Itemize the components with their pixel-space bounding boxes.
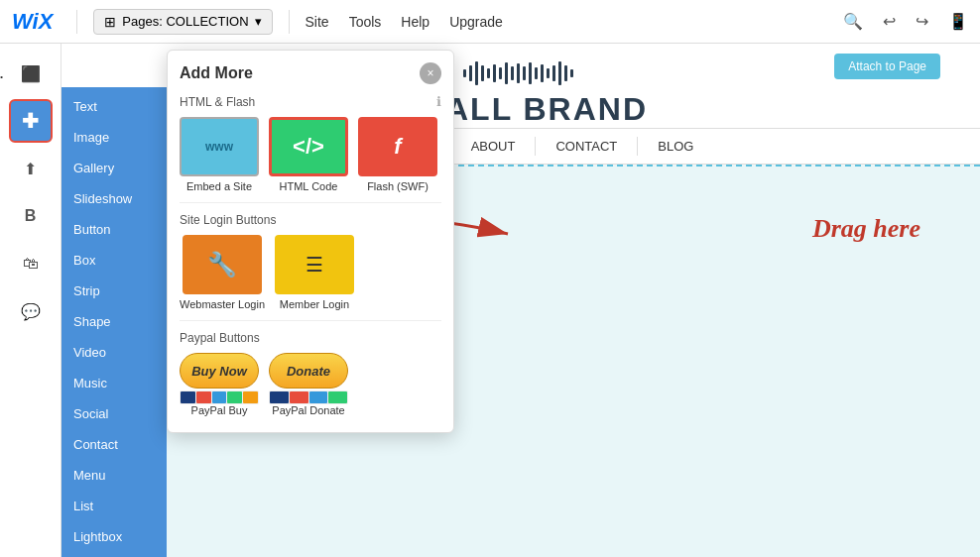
paypal-section-title: Paypal Buttons — [180, 331, 441, 345]
html-flash-items: www Embed a Site </> HTML Code f Flash (… — [180, 117, 441, 192]
mobile-icon[interactable]: 📱 — [948, 12, 968, 31]
left-sidebar: 1. ⬛ ✚ ⬆ B 🛍 💬 — [0, 44, 61, 557]
menu-item-contact[interactable]: Contact — [61, 429, 167, 460]
pages-icon: ⊞ — [104, 14, 116, 30]
add-more-header: Add More × — [180, 62, 441, 84]
nav-blog[interactable]: BLOG — [638, 137, 713, 156]
pages-icon: ⬛ — [21, 64, 41, 83]
sidebar-pages-btn[interactable]: 1. ⬛ — [9, 52, 53, 95]
embed-site-text: Embed a Site — [186, 180, 252, 192]
menu-item-blog[interactable]: Blog — [61, 552, 167, 557]
card-chip-visa2 — [270, 391, 289, 403]
menu-item-list[interactable]: List — [61, 491, 167, 521]
svg-rect-15 — [552, 65, 555, 81]
menu-item-strip[interactable]: Strip — [61, 276, 167, 306]
drag-here-text: Drag here — [812, 214, 920, 243]
toolbar-nav-site[interactable]: Site — [306, 14, 329, 30]
divider-2 — [180, 320, 441, 321]
drag-here-area: Drag here — [812, 214, 920, 244]
svg-rect-5 — [493, 64, 496, 82]
svg-rect-0 — [463, 69, 466, 77]
paypal-items: Buy Now PayPal Buy Donate PayPal Donate — [180, 353, 441, 416]
sidebar-upload-btn[interactable]: ⬆ — [9, 147, 53, 190]
search-icon[interactable]: 🔍 — [843, 12, 863, 31]
toolbar-nav-help[interactable]: Help — [401, 14, 429, 30]
nav-about[interactable]: ABOUT — [451, 137, 537, 156]
svg-rect-2 — [475, 61, 478, 85]
menu-item-gallery[interactable]: Gallery — [61, 153, 167, 183]
menu-item-slideshow[interactable]: Slideshow — [61, 183, 167, 214]
embed-site-icon: www — [180, 117, 259, 176]
menu-item-shape[interactable]: Shape — [61, 306, 167, 337]
embed-site-card[interactable]: www Embed a Site — [180, 117, 259, 192]
embed-site-label: www — [205, 140, 233, 154]
html-code-icon: </> — [269, 117, 348, 176]
redo-icon[interactable]: ↪ — [916, 12, 928, 31]
html-flash-section-title: HTML & Flash ℹ — [180, 94, 441, 109]
card-chip-pp — [243, 391, 258, 403]
menu-item-lightbox[interactable]: Lightbox — [61, 521, 167, 552]
paypal-donate-card[interactable]: Donate PayPal Donate — [269, 353, 348, 416]
toolbar-nav: Site Tools Help Upgrade — [306, 14, 503, 30]
sidebar-add-btn[interactable]: ✚ — [9, 99, 53, 143]
svg-rect-18 — [570, 69, 573, 77]
site-login-items: 🔧 Webmaster Login ☰ Member Login — [180, 235, 441, 310]
sidebar-b-btn[interactable]: B — [9, 194, 53, 238]
toolbar-nav-tools[interactable]: Tools — [349, 14, 382, 30]
donate-button[interactable]: Donate — [269, 353, 348, 389]
svg-rect-16 — [558, 61, 561, 85]
menu-item-text[interactable]: Text — [61, 91, 167, 122]
undo-icon[interactable]: ↩ — [883, 12, 896, 31]
close-button[interactable]: × — [420, 62, 441, 84]
add-more-panel: Add More × HTML & Flash ℹ www Embed a Si… — [167, 50, 454, 433]
sidebar-chat-btn[interactable]: 💬 — [9, 289, 53, 333]
webmaster-login-text: Webmaster Login — [180, 298, 265, 310]
card-chip-mc — [196, 391, 211, 403]
svg-rect-7 — [505, 62, 508, 84]
add-more-title: Add More — [180, 64, 253, 82]
menu-item-music[interactable]: Music — [61, 368, 167, 398]
toolbar-nav-upgrade[interactable]: Upgrade — [449, 14, 503, 30]
store-icon: 🛍 — [23, 255, 39, 273]
toolbar-right: 🔍 ↩ ↪ 📱 — [843, 12, 968, 31]
site-login-section-title: Site Login Buttons — [180, 213, 441, 227]
add-icon: ✚ — [22, 109, 39, 133]
flash-swf-card[interactable]: f Flash (SWF) — [358, 117, 437, 192]
nav-contact[interactable]: CONTACT — [536, 137, 638, 156]
chevron-down-icon: ▾ — [255, 14, 262, 29]
html-code-card[interactable]: </> HTML Code — [269, 117, 348, 192]
chat-icon: 💬 — [21, 302, 41, 321]
menu-item-menu[interactable]: Menu — [61, 460, 167, 491]
paypal-donate-text: PayPal Donate — [272, 404, 344, 416]
svg-rect-12 — [535, 67, 538, 79]
member-login-text: Member Login — [280, 298, 349, 310]
paypal-buy-card[interactable]: Buy Now PayPal Buy — [180, 353, 259, 416]
webmaster-login-card[interactable]: 🔧 Webmaster Login — [180, 235, 265, 310]
attach-to-page-button[interactable]: Attach to Page — [834, 54, 940, 79]
svg-rect-8 — [511, 66, 514, 80]
menu-item-video[interactable]: Video — [61, 337, 167, 368]
wix-logo: WiX — [12, 9, 53, 35]
menu-item-box[interactable]: Box — [61, 245, 167, 276]
menu-item-social[interactable]: Social — [61, 398, 167, 429]
svg-rect-9 — [517, 63, 520, 83]
card-chip-disc — [227, 391, 242, 403]
divider-1 — [180, 202, 441, 203]
menu-item-image[interactable]: Image — [61, 122, 167, 153]
card-chip-visa — [181, 391, 195, 403]
sidebar-store-btn[interactable]: 🛍 — [9, 242, 53, 285]
pages-button[interactable]: ⊞ Pages: COLLECTION ▾ — [93, 9, 272, 35]
svg-rect-4 — [487, 68, 490, 78]
flash-swf-icon: f — [358, 117, 437, 176]
wrench-icon: 🔧 — [207, 251, 237, 278]
svg-rect-14 — [547, 68, 550, 78]
svg-rect-1 — [469, 65, 472, 81]
buy-now-button[interactable]: Buy Now — [180, 353, 259, 389]
sound-wave-svg — [461, 59, 580, 87]
card-chip-amex — [212, 391, 227, 403]
svg-rect-3 — [481, 65, 484, 81]
html-code-text: HTML Code — [280, 180, 338, 192]
member-login-card[interactable]: ☰ Member Login — [275, 235, 354, 310]
menu-item-button[interactable]: Button — [61, 214, 167, 245]
paypal-buy-text: PayPal Buy — [191, 404, 248, 416]
